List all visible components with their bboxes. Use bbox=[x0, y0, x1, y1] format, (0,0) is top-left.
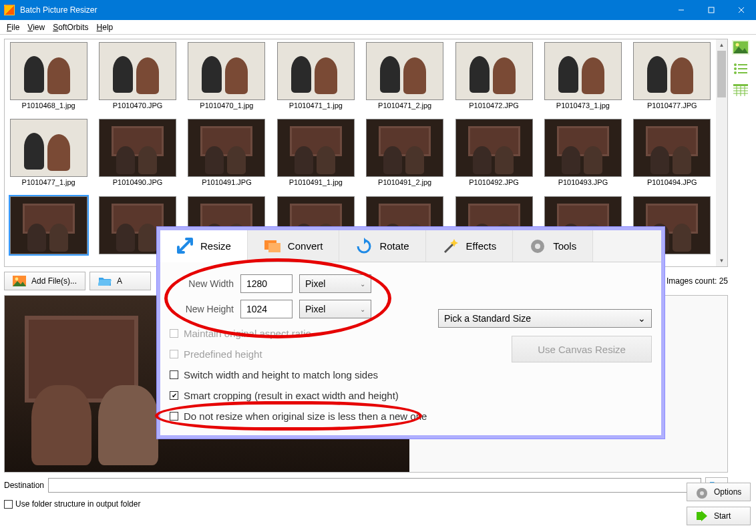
play-arrow-icon bbox=[695, 511, 709, 521]
thumbnail-caption: P1010477_1.jpg bbox=[22, 177, 75, 190]
tab-resize[interactable]: Resize bbox=[160, 230, 248, 262]
thumbnail[interactable]: P1010470.JPG bbox=[96, 42, 178, 117]
thumbnail-caption: P1010490.JPG bbox=[113, 177, 163, 190]
tab-tools-label: Tools bbox=[553, 240, 576, 252]
predefined-height-checkbox[interactable] bbox=[170, 350, 178, 358]
thumbnail-caption: P1010492.JPG bbox=[469, 177, 519, 190]
thumbnail-caption: P1010468_1.jpg bbox=[22, 100, 75, 113]
thumbnail[interactable]: P1010491.JPG bbox=[186, 119, 268, 194]
thumbnail-caption: P1010491_2.jpg bbox=[378, 177, 431, 190]
thumbnail[interactable]: P1010471_2.jpg bbox=[364, 42, 446, 117]
switch-wh-checkbox[interactable] bbox=[170, 370, 178, 379]
thumbnail-caption: P1010491_1.jpg bbox=[289, 177, 343, 190]
new-width-row: New Width Pixel⌄ bbox=[170, 274, 652, 293]
add-folder-button[interactable]: A bbox=[89, 272, 151, 290]
thumbnail[interactable] bbox=[7, 196, 89, 264]
gallery-scrollbar[interactable]: ▲ ▼ bbox=[716, 39, 727, 266]
thumbnail-image bbox=[366, 42, 443, 100]
thumbnail[interactable]: P1010472.JPG bbox=[453, 42, 535, 117]
tab-convert[interactable]: Convert bbox=[248, 230, 340, 262]
menu-view[interactable]: View bbox=[23, 21, 49, 33]
minimize-button[interactable] bbox=[666, 0, 696, 20]
thumbnail[interactable]: P1010494.JPG bbox=[631, 119, 713, 194]
smart-cropping-row[interactable]: ✔Smart cropping (result in exact width a… bbox=[170, 390, 652, 401]
thumbnail-caption: P1010473_1.jpg bbox=[556, 100, 610, 113]
thumbnail-caption: P1010471_1.jpg bbox=[289, 100, 343, 113]
menu-file[interactable]: File bbox=[3, 21, 23, 33]
use-folder-structure-checkbox[interactable] bbox=[4, 500, 13, 509]
view-thumbnails-icon[interactable] bbox=[732, 40, 749, 55]
thumbnail[interactable]: P1010492.JPG bbox=[453, 119, 535, 194]
thumbnail-image bbox=[188, 42, 265, 100]
thumbnail-image bbox=[366, 119, 443, 177]
no-resize-smaller-row[interactable]: Do not resize when original size is less… bbox=[170, 411, 652, 422]
use-folder-structure-row[interactable]: Use folder structure in output folder bbox=[4, 498, 728, 510]
thumbnail-caption: P1010494.JPG bbox=[647, 177, 697, 190]
view-details-icon[interactable] bbox=[732, 83, 749, 97]
thumbnail-image bbox=[633, 42, 711, 100]
add-files-button[interactable]: Add File(s)... bbox=[4, 272, 85, 290]
menu-softorbits[interactable]: SoftOrbits bbox=[49, 21, 92, 33]
no-resize-smaller-checkbox[interactable] bbox=[170, 412, 178, 421]
thumbnail-caption: P1010477.JPG bbox=[647, 100, 697, 113]
thumbnail[interactable]: P1010471_1.jpg bbox=[274, 42, 357, 117]
new-width-input[interactable] bbox=[240, 274, 293, 293]
standard-size-select[interactable]: Pick a Standard Size⌄ bbox=[438, 309, 652, 328]
menu-help[interactable]: Help bbox=[93, 21, 118, 33]
use-canvas-resize-button[interactable]: Use Canvas Resize bbox=[512, 336, 652, 362]
start-button[interactable]: Start bbox=[687, 507, 751, 525]
tab-effects[interactable]: Effects bbox=[426, 230, 514, 262]
new-height-input[interactable] bbox=[240, 300, 293, 318]
start-label: Start bbox=[714, 511, 731, 521]
view-mode-strip bbox=[732, 39, 752, 528]
smart-cropping-checkbox[interactable]: ✔ bbox=[170, 391, 178, 400]
thumbnail[interactable]: P1010491_1.jpg bbox=[274, 119, 357, 194]
thumbnail[interactable]: P1010473_1.jpg bbox=[542, 42, 624, 117]
maximize-button[interactable] bbox=[696, 0, 726, 20]
thumbnail-caption: P1010493.JPG bbox=[558, 177, 608, 190]
options-label: Options bbox=[714, 487, 741, 497]
scroll-up-button[interactable]: ▲ bbox=[716, 39, 727, 51]
tab-rotate-label: Rotate bbox=[379, 240, 409, 252]
rotate-icon bbox=[355, 238, 373, 255]
thumbnail-image bbox=[455, 119, 533, 177]
tab-convert-label: Convert bbox=[288, 240, 323, 252]
thumbnail-image bbox=[10, 119, 87, 177]
add-files-label: Add File(s)... bbox=[31, 276, 77, 286]
thumbnail[interactable]: P1010493.JPG bbox=[542, 119, 624, 194]
height-unit-select[interactable]: Pixel⌄ bbox=[299, 300, 371, 318]
view-list-icon[interactable] bbox=[732, 61, 749, 76]
switch-wh-row[interactable]: Switch width and height to match long si… bbox=[170, 369, 652, 380]
close-button[interactable] bbox=[726, 0, 756, 20]
options-button[interactable]: Options bbox=[687, 483, 751, 501]
thumbnail[interactable]: P1010477.JPG bbox=[631, 42, 713, 117]
thumbnail[interactable]: P1010477_1.jpg bbox=[7, 119, 89, 194]
destination-input[interactable]: ⌄ bbox=[48, 478, 701, 493]
thumbnail[interactable]: P1010470_1.jpg bbox=[186, 42, 268, 117]
thumbnail[interactable]: P1010491_2.jpg bbox=[364, 119, 446, 194]
maintain-aspect-checkbox[interactable] bbox=[170, 329, 178, 338]
svg-rect-9 bbox=[738, 64, 747, 65]
scroll-thumb[interactable] bbox=[717, 51, 726, 97]
width-unit-select[interactable]: Pixel⌄ bbox=[299, 274, 371, 293]
thumbnail-image bbox=[455, 42, 533, 100]
svg-rect-1 bbox=[709, 7, 714, 13]
chevron-down-icon: ⌄ bbox=[638, 313, 646, 324]
thumbnail[interactable]: P1010490.JPG bbox=[96, 119, 178, 194]
svg-point-12 bbox=[734, 71, 737, 74]
tab-resize-label: Resize bbox=[200, 240, 231, 252]
scroll-down-button[interactable]: ▼ bbox=[716, 255, 727, 266]
svg-point-7 bbox=[736, 43, 739, 47]
picture-icon bbox=[13, 276, 26, 286]
svg-rect-14 bbox=[733, 84, 748, 86]
magic-wand-icon bbox=[442, 238, 459, 255]
thumbnail[interactable]: P1010468_1.jpg bbox=[7, 42, 89, 117]
new-width-label: New Width bbox=[170, 278, 234, 289]
resize-icon bbox=[176, 237, 194, 254]
destination-row: Destination ⌄ bbox=[4, 477, 728, 494]
tab-rotate[interactable]: Rotate bbox=[339, 230, 425, 262]
thumbnail-image bbox=[277, 119, 355, 177]
thumbnail-image bbox=[10, 42, 87, 100]
tab-tools[interactable]: Tools bbox=[513, 230, 593, 262]
thumbnail-image bbox=[99, 119, 176, 177]
